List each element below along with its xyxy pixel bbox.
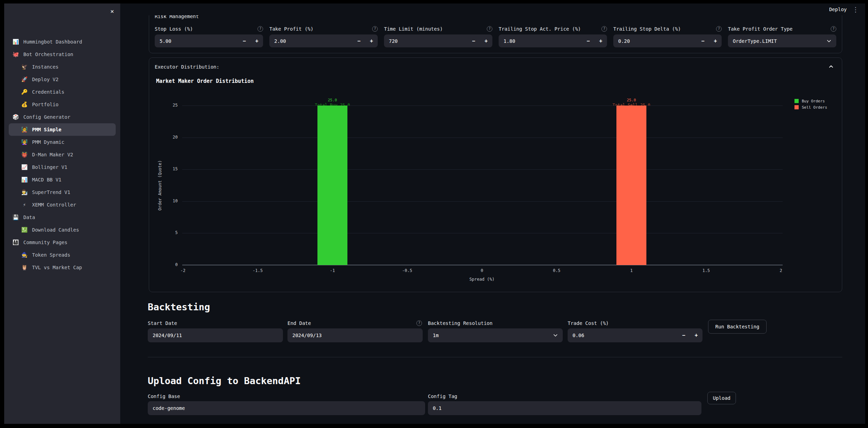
sidebar-item-config-generator[interactable]: 🎲Config Generator bbox=[9, 111, 116, 123]
kebab-menu-icon[interactable]: ⋮ bbox=[852, 6, 859, 13]
sidebar-item-label: Deploy V2 bbox=[32, 77, 59, 82]
deploy-button[interactable]: Deploy bbox=[829, 7, 847, 12]
field-label: Trailing Stop Act. Price (%) bbox=[499, 26, 581, 32]
bar-annotation-text: Total Sell 25.0 bbox=[613, 103, 650, 106]
legend-swatch bbox=[794, 99, 799, 103]
input-value: 2024/09/13 bbox=[287, 333, 322, 338]
decrement-button[interactable]: − bbox=[353, 38, 365, 44]
sidebar-item-portfolio[interactable]: 💰Portfolio bbox=[9, 98, 116, 111]
trailing-stop-act-price-input[interactable]: 1.80−+ bbox=[499, 34, 607, 47]
increment-button[interactable]: + bbox=[480, 38, 492, 44]
end-date-label: End Date bbox=[287, 320, 311, 326]
help-icon[interactable]: ? bbox=[487, 26, 492, 32]
chart-yen-icon: 💹 bbox=[20, 227, 29, 233]
resolution-select[interactable]: 1m bbox=[428, 328, 563, 342]
eagle-icon: 🦅 bbox=[20, 64, 29, 70]
upload-heading: Upload Config to BackendAPI bbox=[148, 375, 301, 386]
bar-annotation: Total Buy 25.0 bbox=[315, 103, 350, 106]
chart-up-icon: 📈 bbox=[20, 164, 29, 170]
decrement-button[interactable]: − bbox=[582, 38, 594, 44]
legend-item-buy-orders[interactable]: Buy Orders bbox=[794, 98, 827, 104]
chevron-down-icon[interactable] bbox=[826, 38, 832, 44]
sidebar-item-data[interactable]: 💾Data bbox=[9, 211, 116, 224]
sidebar-item-label: Instances bbox=[32, 64, 59, 70]
gridline bbox=[182, 106, 783, 106]
order-type-select[interactable]: OrderType.LIMIT bbox=[728, 34, 836, 47]
run-backtesting-button[interactable]: Run Backtesting bbox=[708, 320, 767, 334]
help-icon[interactable]: ? bbox=[372, 26, 378, 32]
legend-label: Buy Orders bbox=[802, 99, 825, 103]
input-value: 0.20 bbox=[613, 38, 697, 44]
floppy-icon: 💾 bbox=[11, 214, 20, 220]
legend-item-sell-orders[interactable]: Sell Orders bbox=[794, 104, 827, 110]
sidebar-item-token-spreads[interactable]: 🧙Token Spreads bbox=[9, 249, 116, 261]
close-sidebar-icon[interactable]: ✕ bbox=[110, 8, 114, 15]
resolution-label: Backtesting Resolution bbox=[428, 320, 492, 326]
config-base-input[interactable]: code-genome bbox=[148, 401, 425, 415]
increment-button[interactable]: + bbox=[365, 38, 378, 44]
help-icon[interactable]: ? bbox=[716, 26, 722, 32]
sell-orders-bar[interactable] bbox=[616, 106, 646, 265]
help-icon[interactable]: ? bbox=[601, 26, 607, 32]
chevron-down-icon[interactable] bbox=[552, 332, 559, 338]
sidebar-item-label: Portfolio bbox=[32, 102, 59, 107]
help-icon[interactable]: ? bbox=[416, 320, 422, 326]
increment-button[interactable]: + bbox=[251, 38, 263, 44]
x-tick-label: -0.5 bbox=[402, 268, 412, 273]
time-limit-input[interactable]: 720−+ bbox=[384, 34, 492, 47]
sidebar-item-xemm-controller[interactable]: ⚡XEMM Controller bbox=[9, 199, 116, 211]
scientist-icon: 👨‍🔬 bbox=[20, 189, 29, 195]
sidebar-item-download-candles[interactable]: 💹Download Candles bbox=[9, 224, 116, 236]
sidebar-item-label: MACD BB V1 bbox=[32, 177, 61, 182]
gridline bbox=[182, 169, 783, 170]
top-toolbar: Deploy ⋮ bbox=[120, 3, 865, 15]
bar-value-label: 25.0 bbox=[627, 98, 636, 102]
sidebar-item-label: Bollinger V1 bbox=[32, 164, 67, 170]
x-tick-label: 0 bbox=[481, 268, 483, 273]
increment-button[interactable]: + bbox=[690, 332, 702, 338]
sidebar-item-hummingbot-dashboard[interactable]: 📊Hummingbot Dashboard bbox=[9, 36, 116, 48]
sidebar-item-pmm-simple[interactable]: 🧑‍🏫PMM Simple bbox=[9, 123, 116, 136]
increment-button[interactable]: + bbox=[709, 38, 722, 44]
x-tick-label: -1.5 bbox=[253, 268, 263, 273]
upload-button[interactable]: Upload bbox=[707, 392, 736, 404]
sidebar-item-credentials[interactable]: 🔑Credentials bbox=[9, 86, 116, 98]
end-date-input[interactable]: 2024/09/13 bbox=[287, 328, 423, 342]
lightning-icon: ⚡ bbox=[20, 202, 29, 208]
buy-orders-bar[interactable] bbox=[317, 106, 347, 265]
config-base-label: Config Base bbox=[148, 394, 180, 399]
config-tag-input[interactable]: 0.1 bbox=[428, 401, 701, 415]
decrement-button[interactable]: − bbox=[697, 38, 709, 44]
sidebar-item-instances[interactable]: 🦅Instances bbox=[9, 61, 116, 73]
start-date-input[interactable]: 2024/09/11 bbox=[148, 328, 283, 342]
take-profit-input[interactable]: 2.00−+ bbox=[269, 34, 378, 47]
sidebar-item-pmm-dynamic[interactable]: 👩‍🏫PMM Dynamic bbox=[9, 136, 116, 148]
sidebar-nav: 📊Hummingbot Dashboard 🐙Bot Orchestration… bbox=[4, 36, 120, 274]
sidebar-item-supertrend-v1[interactable]: 👨‍🔬SuperTrend V1 bbox=[9, 186, 116, 199]
decrement-button[interactable]: − bbox=[677, 332, 690, 338]
sidebar-item-label: Download Candles bbox=[32, 227, 79, 233]
teacher-icon: 🧑‍🏫 bbox=[20, 126, 29, 133]
sidebar-item-macd-bb-v1[interactable]: 📊MACD BB V1 bbox=[9, 173, 116, 186]
trade-cost-input[interactable]: 0.06−+ bbox=[568, 328, 702, 342]
input-value: 0.1 bbox=[428, 405, 441, 411]
chart-title: Market Maker Order Distribution bbox=[156, 78, 254, 84]
field-trailing-stop-delta: Trailing Stop Delta (%)? 0.20−+ bbox=[613, 25, 722, 47]
sidebar-item-bot-orchestration[interactable]: 🐙Bot Orchestration bbox=[9, 48, 116, 61]
sidebar-item-community-pages[interactable]: 👨‍👩‍👧‍👦Community Pages bbox=[9, 236, 116, 249]
increment-button[interactable]: + bbox=[594, 38, 607, 44]
sidebar-item-bollinger-v1[interactable]: 📈Bollinger V1 bbox=[9, 161, 116, 173]
sidebar-item-deploy-v2[interactable]: 🚀Deploy V2 bbox=[9, 73, 116, 86]
stop-loss-input[interactable]: 5.00−+ bbox=[155, 34, 263, 47]
field-stop-loss: Stop Loss (%)? 5.00−+ bbox=[155, 25, 263, 47]
trailing-stop-delta-input[interactable]: 0.20−+ bbox=[613, 34, 722, 47]
decrement-button[interactable]: − bbox=[467, 38, 480, 44]
help-icon[interactable]: ? bbox=[831, 26, 836, 32]
sidebar-item-dman-maker-v2[interactable]: 👹D-Man Maker V2 bbox=[9, 148, 116, 161]
decrement-button[interactable]: − bbox=[238, 38, 251, 44]
sidebar-item-tvl-vs-market-cap[interactable]: 🦉TVL vs Market Cap bbox=[9, 261, 116, 274]
start-date-label: Start Date bbox=[148, 320, 177, 326]
chart-legend: Buy Orders Sell Orders bbox=[794, 98, 827, 110]
help-icon[interactable]: ? bbox=[258, 26, 263, 32]
gridline bbox=[182, 201, 783, 202]
